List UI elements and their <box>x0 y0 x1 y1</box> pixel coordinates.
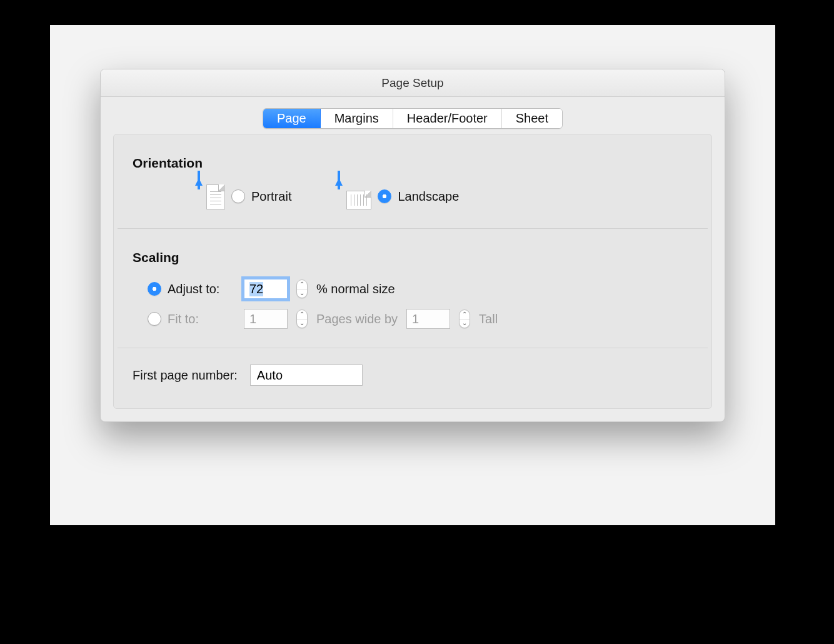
page-setup-window: Page Setup Page Margins Header/Footer Sh… <box>100 69 725 422</box>
landscape-icon <box>335 183 371 209</box>
tab-segmented-control: Page Margins Header/Footer Sheet <box>263 108 563 129</box>
scaling-heading: Scaling <box>114 229 711 274</box>
first-page-input[interactable] <box>250 365 363 386</box>
page-panel: Orientation Portrait <box>113 134 712 409</box>
portrait-icon <box>195 183 225 209</box>
orientation-portrait-option[interactable]: Portrait <box>195 183 291 209</box>
scaling-adjust-row: Adjust to: ⌃ ⌄ % normal size <box>114 274 711 304</box>
landscape-radio[interactable] <box>378 189 391 203</box>
stepper-down-icon[interactable]: ⌄ <box>297 289 307 298</box>
orientation-heading: Orientation <box>114 134 711 179</box>
fit-tall-suffix: Tall <box>479 312 498 326</box>
stepper-up-icon[interactable]: ⌃ <box>460 310 470 319</box>
tab-margins[interactable]: Margins <box>321 109 393 128</box>
fit-wide-stepper[interactable]: ⌃ ⌄ <box>296 309 308 328</box>
adjust-to-stepper[interactable]: ⌃ ⌄ <box>296 279 308 298</box>
fit-mid-text: Pages wide by <box>316 312 398 326</box>
landscape-label: Landscape <box>398 189 459 204</box>
portrait-label: Portrait <box>251 189 291 204</box>
first-page-label: First page number: <box>133 368 238 383</box>
adjust-to-input[interactable] <box>244 279 288 299</box>
adjust-to-label: Adjust to: <box>168 282 219 296</box>
fit-wide-input[interactable] <box>244 309 288 329</box>
tab-page[interactable]: Page <box>263 109 321 128</box>
adjust-to-radio[interactable] <box>148 282 161 296</box>
portrait-radio[interactable] <box>231 189 245 203</box>
window-title: Page Setup <box>381 76 443 89</box>
first-page-row: First page number: <box>114 348 711 390</box>
scaling-fit-row: Fit to: ⌃ ⌄ Pages wide by ⌃ ⌄ Tall <box>114 304 711 334</box>
orientation-row: Portrait Landscape <box>114 179 711 228</box>
stepper-up-icon[interactable]: ⌃ <box>297 310 307 319</box>
desktop-background: Page Setup Page Margins Header/Footer Sh… <box>50 25 775 525</box>
fit-to-radio[interactable] <box>148 312 161 326</box>
stepper-down-icon[interactable]: ⌄ <box>297 319 307 328</box>
stepper-up-icon[interactable]: ⌃ <box>297 280 307 289</box>
tab-bar: Page Margins Header/Footer Sheet <box>101 97 725 134</box>
tab-header-footer[interactable]: Header/Footer <box>393 109 502 128</box>
stepper-down-icon[interactable]: ⌄ <box>460 319 470 328</box>
fit-tall-stepper[interactable]: ⌃ ⌄ <box>459 309 470 328</box>
orientation-landscape-option[interactable]: Landscape <box>335 183 459 209</box>
window-titlebar: Page Setup <box>101 69 725 97</box>
adjust-to-suffix: % normal size <box>316 282 395 296</box>
fit-tall-input[interactable] <box>406 309 450 329</box>
tab-sheet[interactable]: Sheet <box>502 109 562 128</box>
fit-to-label: Fit to: <box>168 312 199 326</box>
